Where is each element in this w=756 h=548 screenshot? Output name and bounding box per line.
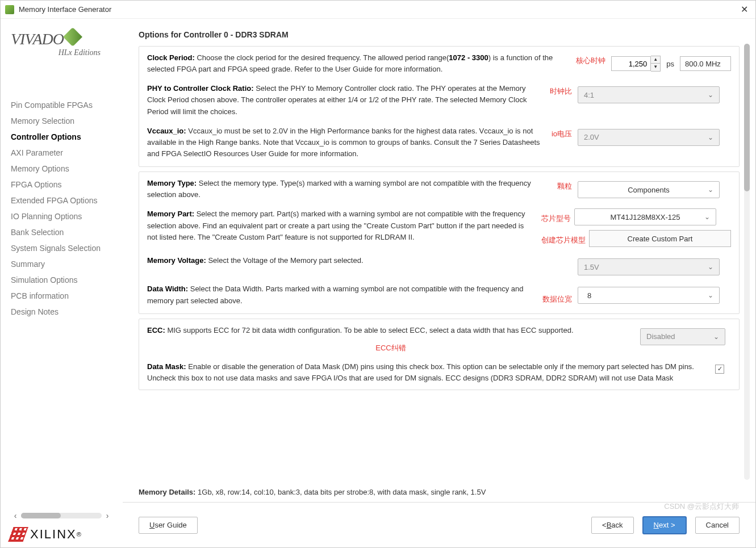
nav-design-notes[interactable]: Design Notes: [11, 304, 112, 320]
memory-type-select[interactable]: Components ⌄: [578, 181, 720, 198]
titlebar: Memory Interface Generator ✕: [1, 1, 755, 19]
memory-part-desc: Memory Part: Select the memory part. Par…: [147, 208, 536, 242]
back-button[interactable]: < Back: [591, 517, 634, 534]
phy-ratio-desc: PHY to Controller Clock Ratio: Select th…: [147, 83, 544, 117]
chevron-down-icon: ⌄: [713, 333, 719, 341]
data-width-select[interactable]: 8 ⌄: [578, 287, 720, 304]
ecc-select: Disabled ⌄: [640, 328, 725, 345]
scroll-left-icon[interactable]: ‹: [11, 511, 20, 520]
memory-details: Memory Details: 1Gb, x8, row:14, col:10,…: [123, 486, 755, 502]
scroll-thumb[interactable]: [21, 513, 61, 518]
create-part-annotation: 创建芯片模型: [541, 232, 586, 245]
nav-axi-parameter[interactable]: AXI Parameter: [11, 145, 112, 161]
spin-down-icon[interactable]: ▼: [651, 64, 660, 71]
leaf-icon: [63, 27, 82, 47]
cancel-button[interactable]: Cancel: [695, 517, 740, 534]
clock-period-input[interactable]: [611, 56, 651, 71]
data-width-desc: Data Width: Select the Data Width. Parts…: [147, 283, 537, 306]
nav-memory-options[interactable]: Memory Options: [11, 161, 112, 177]
scroll-right-icon[interactable]: ›: [103, 511, 112, 520]
chevron-down-icon: ⌄: [708, 133, 713, 141]
nav-list: Pin Compatible FPGAs Memory Selection Co…: [11, 97, 112, 320]
data-width-annotation: 数据位宽: [542, 291, 572, 307]
xilinx-logo: XILINX®: [11, 527, 112, 542]
memory-type-annotation: 颗粒: [557, 178, 572, 191]
nav-controller-options[interactable]: Controller Options: [11, 129, 112, 145]
vccaux-select: 2.0V ⌄: [578, 129, 720, 146]
nav-memory-selection[interactable]: Memory Selection: [11, 113, 112, 129]
ecc-annotation: ECC纠错: [147, 340, 634, 353]
close-icon[interactable]: ✕: [737, 4, 751, 15]
memory-type-desc: Memory Type: Select the memory type. Typ…: [147, 178, 552, 200]
nav-pcb-information[interactable]: PCB information: [11, 288, 112, 304]
nav-system-signals-selection[interactable]: System Signals Selection: [11, 240, 112, 256]
nav-simulation-options[interactable]: Simulation Options: [11, 272, 112, 288]
create-custom-part-button[interactable]: Create Custom Part: [589, 230, 731, 247]
chevron-down-icon: ⌄: [708, 263, 713, 271]
chevron-down-icon: ⌄: [704, 213, 710, 221]
clock-period-annotation: 核心时钟: [576, 52, 605, 66]
nav-bank-selection[interactable]: Bank Selection: [11, 224, 112, 240]
clock-freq-display: 800.0 MHz: [680, 56, 731, 71]
user-guide-button[interactable]: User Guide: [139, 517, 198, 534]
chevron-down-icon: ⌄: [708, 91, 713, 99]
memory-part-annotation: 芯片型号: [541, 210, 571, 224]
memory-voltage-select: 1.5V ⌄: [578, 258, 720, 275]
vccaux-annotation: io电压: [552, 126, 572, 139]
clock-period-spinner[interactable]: ▲ ▼: [611, 56, 661, 72]
spin-up-icon[interactable]: ▲: [651, 56, 660, 64]
phy-ratio-select: 4:1 ⌄: [578, 86, 720, 103]
ecc-desc: ECC: MIG supports ECC for 72 bit data wi…: [147, 325, 634, 336]
group-memory: Memory Type: Select the memory type. Typ…: [139, 171, 740, 314]
bottom-bar: User Guide < Back Next > Cancel: [123, 502, 755, 547]
next-button[interactable]: Next >: [643, 517, 686, 534]
vccaux-desc: Vccaux_io: Vccaux_io must be set to 2.0V…: [147, 126, 546, 160]
nav-pin-compatible-fpgas[interactable]: Pin Compatible FPGAs: [11, 97, 112, 113]
nav-io-planning-options[interactable]: IO Planning Options: [11, 208, 112, 224]
sidebar: VIVADO HLx Editions Pin Compatible FPGAs…: [1, 19, 123, 547]
clock-period-desc: Clock Period: Choose the clock period fo…: [147, 52, 570, 75]
app-icon: [5, 5, 14, 14]
phy-ratio-annotation: 时钟比: [550, 83, 572, 97]
page-title: Options for Controller 0 - DDR3 SDRAM: [139, 30, 740, 39]
group-ecc: ECC: MIG supports ECC for 72 bit data wi…: [139, 319, 740, 390]
window-title: Memory Interface Generator: [19, 5, 737, 14]
clock-period-unit: ps: [666, 60, 674, 68]
vivado-logo: VIVADO HLx Editions: [11, 30, 112, 57]
chevron-down-icon: ⌄: [708, 186, 713, 194]
vscroll-thumb[interactable]: [744, 44, 750, 191]
sidebar-hscroll[interactable]: ‹ ›: [11, 511, 112, 520]
nav-summary[interactable]: Summary: [11, 256, 112, 272]
content-vscroll[interactable]: [744, 44, 750, 480]
nav-fpga-options[interactable]: FPGA Options: [11, 177, 112, 193]
main-panel: Options for Controller 0 - DDR3 SDRAM Cl…: [123, 19, 755, 547]
memory-voltage-desc: Memory Voltage: Select the Voltage of th…: [147, 255, 572, 266]
nav-extended-fpga-options[interactable]: Extended FPGA Options: [11, 193, 112, 208]
data-mask-desc: Data Mask: Enable or disable the generat…: [147, 361, 703, 384]
data-mask-checkbox[interactable]: ✓: [715, 365, 724, 374]
xilinx-mark-icon: [11, 527, 26, 542]
memory-part-select[interactable]: MT41J128M8XX-125 ⌄: [574, 208, 716, 225]
group-basic: Clock Period: Choose the clock period fo…: [139, 46, 740, 167]
chevron-down-icon: ⌄: [708, 291, 713, 299]
